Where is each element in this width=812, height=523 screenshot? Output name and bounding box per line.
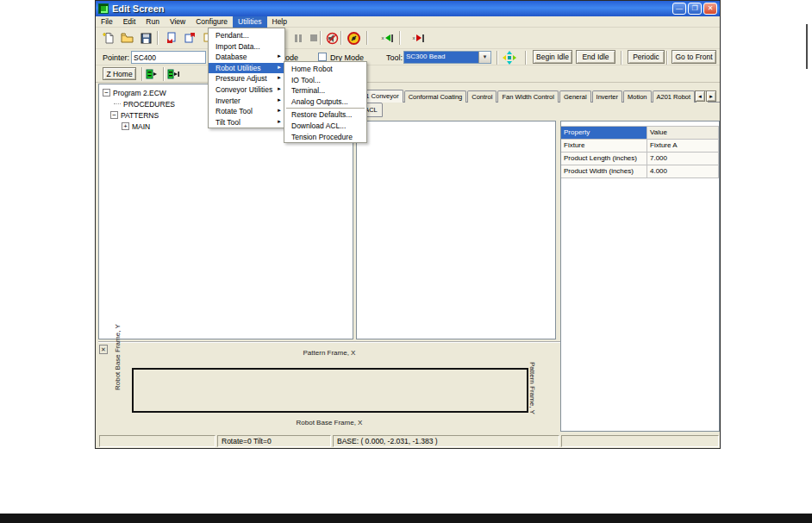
menu-item-io-tool[interactable]: IO Tool... xyxy=(284,75,366,86)
collapse-icon[interactable]: − xyxy=(110,111,118,119)
dry-mode-checkbox[interactable] xyxy=(318,53,327,61)
minimize-button[interactable]: — xyxy=(672,3,686,15)
menu-separator xyxy=(286,108,365,109)
tab-motion[interactable]: Motion xyxy=(623,90,652,103)
menu-help[interactable]: Help xyxy=(267,16,292,28)
menu-item-pressure-adjust[interactable]: Pressure Adjust► xyxy=(209,73,284,84)
new-file-icon[interactable] xyxy=(101,30,116,46)
menu-item-import-data[interactable]: Import Data... xyxy=(209,41,284,53)
zhome-toolbar: Z Home xyxy=(96,65,720,83)
menu-configure[interactable]: Configure xyxy=(191,16,233,28)
restore-button[interactable]: ❐ xyxy=(688,3,702,15)
status-base-coordinates: BASE: ( 0.000, -2.031, -1.383 ) xyxy=(333,435,559,447)
pause-icon[interactable] xyxy=(290,30,306,46)
menu-item-home-robot[interactable]: Home Robot xyxy=(284,64,366,75)
begin-idle-button[interactable]: Begin Idle xyxy=(533,50,572,64)
property-value-cell[interactable]: Fixture A xyxy=(647,140,719,152)
tree-item-label[interactable]: PATTERNS xyxy=(121,111,159,120)
menu-file[interactable]: File xyxy=(96,16,118,28)
toolbar-separator xyxy=(141,67,143,81)
tab-control[interactable]: Control xyxy=(467,90,497,103)
menu-item-terminal[interactable]: Terminal... xyxy=(284,85,366,97)
tab-inverter[interactable]: Inverter xyxy=(592,90,622,103)
go-to-front-button[interactable]: Go to Front xyxy=(671,50,716,64)
menu-view[interactable]: View xyxy=(165,16,191,28)
toolbar-separator xyxy=(497,51,498,65)
submenu-arrow-icon: ► xyxy=(277,86,282,91)
tool-dropdown-value: SC300 Bead xyxy=(404,52,478,63)
property-name-cell[interactable]: Product Width (inches) xyxy=(561,165,647,177)
tool-label: Tool: xyxy=(386,53,403,62)
jump-to-end-icon[interactable]: x xyxy=(408,30,428,46)
mute-speaker-icon[interactable] xyxy=(324,30,340,46)
dropdown-arrow-icon[interactable]: ▼ xyxy=(478,52,490,63)
tab-scroll-left-icon[interactable]: ◄ xyxy=(695,90,705,102)
green-block-arrow-icon[interactable] xyxy=(166,67,180,81)
submenu-arrow-icon: ► xyxy=(277,97,282,103)
menu-item-rotate-tool[interactable]: Rotate Tool► xyxy=(209,106,284,117)
conveyor-settings-panel xyxy=(356,121,556,339)
tab-general[interactable]: General xyxy=(559,90,591,103)
title-bar[interactable]: Edit Screen — ❐ ✕ xyxy=(96,1,720,16)
save-icon[interactable] xyxy=(138,30,153,46)
z-home-button[interactable]: Z Home xyxy=(103,67,136,80)
main-toolbar: x x xyxy=(96,28,720,49)
tree-item-label[interactable]: MAIN xyxy=(132,122,150,131)
menu-item-tension-procedure[interactable]: Tension Procedure xyxy=(284,132,366,143)
robot-utilities-submenu-panel: Home Robot IO Tool... Terminal... Analog… xyxy=(284,61,367,143)
tab-fan-width-control[interactable]: Fan Width Control xyxy=(497,90,558,103)
jump-to-start-icon[interactable]: x xyxy=(377,30,397,46)
tab-scroll-right-icon[interactable]: ► xyxy=(706,90,716,102)
tab-conformal-coating[interactable]: Conformal Coating xyxy=(404,90,467,103)
value-header-cell[interactable]: Value xyxy=(647,127,719,139)
export-icon[interactable] xyxy=(182,30,197,46)
menu-item-pendant[interactable]: Pendant... xyxy=(209,30,284,41)
menu-item-conveyor-utilities[interactable]: Conveyor Utilities► xyxy=(209,84,284,96)
table-row[interactable]: Fixture Fixture A xyxy=(561,140,719,153)
toolbar-separator xyxy=(366,31,368,45)
utilities-menu-panel: Pendant... Import Data... Database► Robo… xyxy=(208,28,285,128)
move-cross-icon[interactable] xyxy=(502,50,517,65)
menu-item-download-acl[interactable]: Download ACL... xyxy=(284,121,366,132)
tool-dropdown[interactable]: SC300 Bead ▼ xyxy=(403,51,491,64)
toolbar-separator xyxy=(525,51,527,65)
pointer-input[interactable] xyxy=(131,51,206,64)
submenu-arrow-icon: ► xyxy=(277,108,282,113)
close-button[interactable]: ✕ xyxy=(703,3,717,15)
property-grid: Property Value Fixture Fixture A Product… xyxy=(561,126,719,178)
import-icon[interactable] xyxy=(163,30,178,46)
green-block-arrows-icon[interactable] xyxy=(145,67,159,81)
pointer-toolbar: Pointer: ode Dry Mode Tool: SC300 Bead ▼… xyxy=(96,49,720,65)
robot-base-frame-y-label: Robot Base Frame, Y xyxy=(114,324,122,390)
menu-item-analog-outputs[interactable]: Analog Outputs... xyxy=(284,97,366,108)
tab-a201-robot[interactable]: A201 Robot xyxy=(653,90,696,103)
menu-utilities[interactable]: Utilities xyxy=(233,16,266,28)
menu-edit[interactable]: Edit xyxy=(118,16,141,28)
collapse-icon[interactable]: − xyxy=(103,89,110,97)
property-grid-header[interactable]: Property Value xyxy=(561,127,719,140)
menu-run[interactable]: Run xyxy=(141,16,165,28)
tree-item-label[interactable]: Program 2.ECW xyxy=(113,89,166,97)
menu-item-database[interactable]: Database► xyxy=(209,52,284,63)
property-value-cell[interactable]: 7.000 xyxy=(647,153,719,165)
property-name-cell[interactable]: Fixture xyxy=(561,140,647,152)
submenu-arrow-icon: ► xyxy=(277,119,282,124)
app-icon xyxy=(98,3,109,14)
page-bottom-bar xyxy=(0,514,812,523)
table-row[interactable]: Product Length (inches) 7.000 xyxy=(561,153,719,165)
emergency-stop-icon[interactable] xyxy=(346,30,361,46)
property-value-cell[interactable]: 4.000 xyxy=(647,165,719,177)
menu-item-robot-utilities[interactable]: Robot Utilities► xyxy=(209,63,284,74)
expand-icon[interactable]: + xyxy=(122,122,129,130)
periodic-button[interactable]: Periodic xyxy=(628,50,665,64)
toolbar-separator xyxy=(399,31,401,45)
property-header-cell[interactable]: Property xyxy=(561,127,647,139)
menu-item-tilt-tool[interactable]: Tilt Tool► xyxy=(209,117,284,128)
table-row[interactable]: Product Width (inches) 4.000 xyxy=(561,165,719,178)
property-name-cell[interactable]: Product Length (inches) xyxy=(561,153,647,165)
menu-item-inverter[interactable]: Inverter► xyxy=(209,96,284,107)
end-idle-button[interactable]: End Idle xyxy=(576,50,615,64)
open-file-icon[interactable] xyxy=(119,30,134,46)
tree-item-label[interactable]: PROCEDURES xyxy=(123,100,175,109)
menu-item-restore-defaults[interactable]: Restore Defaults... xyxy=(284,109,366,121)
